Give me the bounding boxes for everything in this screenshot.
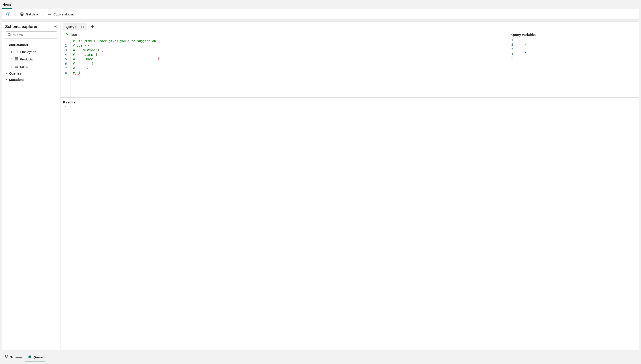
svg-rect-4 (15, 58, 18, 60)
chevron-right-icon (11, 51, 13, 53)
chevron-right-icon (11, 58, 13, 60)
svg-rect-5 (15, 65, 18, 68)
bottom-view-tabs: Schema Query (0, 352, 641, 364)
variables-gutter: 1 2 3 4 5 (509, 38, 517, 98)
tree-node-datamart[interactable]: dmDatamart (2, 42, 60, 48)
variables-code[interactable]: { } (517, 38, 529, 98)
chevron-right-icon (11, 66, 13, 68)
schema-explorer-panel: Schema explorer (2, 22, 61, 350)
results-title: Results (61, 98, 639, 106)
editor-tab-row: Query1 ▢ (61, 22, 639, 30)
run-button[interactable]: Run (65, 33, 77, 36)
tree-node-table[interactable]: Sales (2, 63, 60, 70)
workspace: Schema explorer (2, 22, 639, 350)
svg-rect-3 (15, 50, 18, 53)
results-gutter: 1 (63, 106, 71, 110)
svg-point-8 (6, 357, 7, 358)
query-editor[interactable]: 1 2 3 4 5 6 7 8 # Ctrl/Cmd + Space gives… (61, 39, 507, 98)
variables-title: Query variables (507, 30, 639, 38)
query-gutter: 1 2 3 4 5 6 7 8 (63, 39, 71, 98)
schema-search-input[interactable] (5, 31, 57, 39)
tree-node-label: Mutations (9, 78, 25, 82)
get-data-button[interactable]: Get data (18, 10, 40, 18)
view-tab-query-label: Query (33, 356, 43, 359)
svg-point-2 (8, 33, 10, 36)
schema-explorer-title: Schema explorer (5, 24, 38, 29)
tree-node-mutations[interactable]: Mutations (2, 76, 60, 83)
gear-icon (6, 12, 11, 17)
editor-dirty-marker (158, 57, 160, 60)
query-editor-pane: Run 1 2 3 4 5 6 7 8 (61, 30, 507, 98)
schema-search-field[interactable] (13, 33, 55, 37)
collapse-sidebar-icon[interactable] (54, 24, 57, 29)
chevron-right-icon (5, 72, 8, 74)
svg-point-6 (5, 356, 6, 356)
tree-node-label: Sales (20, 65, 28, 68)
svg-point-0 (8, 13, 9, 14)
tree-node-table[interactable]: Employees (2, 48, 60, 56)
table-icon (15, 64, 19, 69)
svg-point-1 (21, 12, 23, 14)
svg-point-7 (7, 356, 8, 356)
toolbar-separator (15, 11, 15, 18)
tree-node-queries[interactable]: Queries (2, 70, 60, 76)
tree-node-table[interactable]: Products (2, 56, 60, 63)
plus-icon (91, 26, 95, 29)
toolbar: Get data Copy endpoint (2, 9, 639, 20)
toolbar-separator (43, 11, 43, 18)
chevron-right-icon (5, 78, 8, 81)
results-pane: Results 1 (61, 98, 639, 350)
chevron-down-icon (5, 44, 8, 46)
tab-query1[interactable]: Query1 ▢ (63, 23, 87, 30)
tree-node-label: Products (20, 58, 33, 61)
view-tab-query[interactable]: Query (25, 354, 46, 362)
table-icon (15, 50, 19, 54)
results-editor[interactable]: 1 (61, 106, 639, 110)
view-tab-schema-label: Schema (10, 356, 22, 359)
query-code[interactable]: # Ctrl/Cmd + Space gives you auto sugges… (71, 39, 158, 98)
link-icon (47, 12, 52, 17)
play-icon (65, 33, 69, 36)
tab-home[interactable]: Home (2, 2, 12, 9)
variables-pane: Query variables 1 2 3 4 5 { } (507, 30, 639, 98)
ribbon-tab-strip: Home (0, 0, 641, 9)
data-icon (20, 12, 24, 17)
query-icon (28, 355, 32, 359)
schema-icon (5, 355, 8, 359)
copy-endpoint-label: Copy endpoint (54, 12, 74, 16)
copy-endpoint-button[interactable]: Copy endpoint (45, 10, 76, 18)
tree-node-label: dmDatamart (9, 43, 28, 47)
editor-area: Query1 ▢ (61, 22, 639, 350)
tab-query1-label: Query1 (66, 25, 76, 29)
editor-cursor (73, 106, 73, 109)
get-data-label: Get data (26, 12, 38, 16)
schema-tree: dmDatamart Employees (2, 41, 60, 84)
view-tab-schema[interactable]: Schema (2, 354, 25, 362)
table-icon (15, 57, 19, 62)
variables-editor[interactable]: 1 2 3 4 5 { } (507, 38, 639, 98)
add-tab-button[interactable] (88, 23, 97, 30)
run-label: Run (71, 33, 77, 36)
settings-button[interactable] (4, 10, 13, 18)
svg-rect-9 (29, 356, 31, 358)
search-icon (8, 33, 11, 37)
tree-node-label: Employees (20, 50, 36, 54)
tree-node-label: Queries (9, 72, 21, 75)
close-tab-icon[interactable]: ▢ (81, 25, 84, 28)
tab-home-label: Home (3, 3, 12, 6)
